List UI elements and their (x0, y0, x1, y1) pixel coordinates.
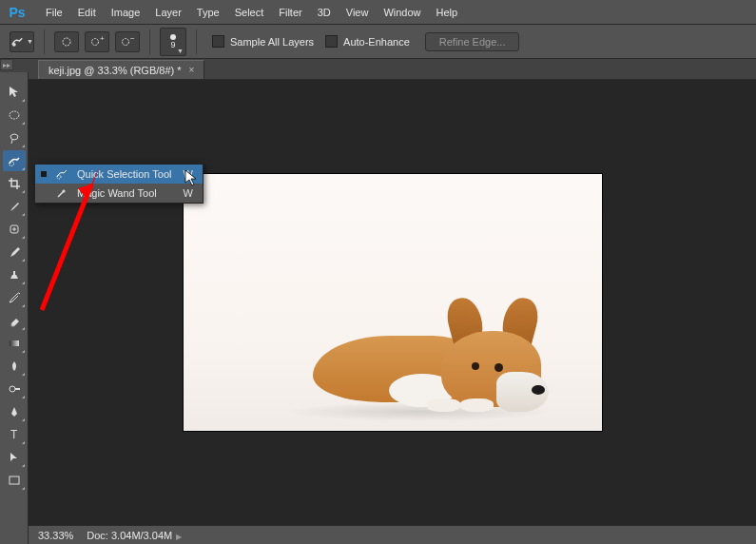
rectangle-tool[interactable] (3, 470, 26, 491)
collapse-panel-handle[interactable]: ▸▸ (0, 59, 13, 70)
chevron-down-icon: ▼ (177, 48, 184, 54)
refine-edge-button[interactable]: Refine Edge... (425, 32, 520, 51)
quick-selection-tool[interactable] (3, 150, 26, 171)
dodge-tool[interactable] (3, 379, 26, 399)
svg-text:−: − (130, 35, 135, 43)
options-bar: ▼ + − 9 ▼ Sample All Layers Auto-Enhance… (0, 25, 756, 59)
clone-stamp-tool[interactable] (3, 264, 26, 285)
move-tool[interactable] (3, 82, 26, 103)
svg-text:T: T (10, 428, 18, 441)
eyedropper-tool[interactable] (3, 196, 26, 217)
document-canvas[interactable] (184, 174, 602, 431)
magic-wand-icon (54, 186, 69, 200)
separator (196, 29, 197, 54)
svg-point-6 (10, 111, 19, 119)
pen-tool[interactable] (3, 401, 26, 422)
menu-type[interactable]: Type (189, 0, 227, 25)
svg-point-10 (10, 386, 15, 392)
flyout-magic-wand[interactable]: Magic Wand Tool W (35, 184, 203, 203)
separator (149, 29, 150, 54)
add-to-selection-button[interactable]: + (85, 31, 109, 52)
checkbox[interactable] (325, 35, 338, 48)
flyout-item-shortcut: W (184, 187, 193, 199)
svg-point-1 (63, 38, 70, 46)
canvas-area[interactable] (29, 80, 756, 525)
svg-point-0 (12, 42, 16, 46)
tool-flyout-menu: Quick Selection Tool W Magic Wand Tool W (34, 164, 204, 204)
brush-tool[interactable] (3, 242, 26, 262)
sample-all-layers-option[interactable]: Sample All Layers (212, 35, 314, 48)
menu-3d[interactable]: 3D (310, 0, 339, 25)
menu-window[interactable]: Window (376, 0, 428, 25)
history-brush-tool[interactable] (3, 287, 26, 308)
active-marker (41, 171, 47, 177)
auto-enhance-label: Auto-Enhance (343, 36, 410, 48)
blur-tool[interactable] (3, 356, 26, 377)
marquee-tool[interactable] (3, 105, 26, 126)
menu-file[interactable]: File (38, 0, 70, 25)
svg-point-4 (123, 38, 129, 45)
menu-edit[interactable]: Edit (70, 0, 104, 25)
document-tab-title: keji.jpg @ 33.3% (RGB/8#) * (48, 65, 182, 76)
svg-point-2 (92, 38, 99, 45)
doc-size[interactable]: Doc: 3.04M/3.04M ▶ (87, 530, 182, 541)
menu-layer[interactable]: Layer (147, 0, 189, 25)
flyout-item-shortcut: W (184, 168, 193, 180)
tool-preset-picker[interactable]: ▼ (10, 31, 34, 52)
brush-size-value: 9 (170, 40, 175, 49)
type-tool[interactable]: T (3, 424, 26, 445)
app-logo: Ps (8, 3, 27, 22)
svg-rect-9 (10, 340, 19, 346)
menu-select[interactable]: Select (227, 0, 272, 25)
gradient-tool[interactable] (3, 333, 26, 354)
menu-bar: Ps File Edit Image Layer Type Select Fil… (0, 0, 756, 25)
image-content (294, 288, 541, 412)
chevron-right-icon: ▶ (174, 533, 182, 541)
auto-enhance-option[interactable]: Auto-Enhance (325, 35, 410, 48)
document-tab[interactable]: keji.jpg @ 33.3% (RGB/8#) * × (38, 60, 204, 79)
new-selection-button[interactable] (54, 31, 79, 52)
flyout-item-label: Magic Wand Tool (77, 187, 176, 199)
svg-rect-12 (10, 476, 19, 484)
close-icon[interactable]: × (189, 65, 195, 75)
crop-tool[interactable] (3, 173, 26, 194)
checkbox[interactable] (212, 35, 224, 48)
zoom-level[interactable]: 33.33% (38, 530, 73, 541)
document-tab-bar: keji.jpg @ 33.3% (RGB/8#) * × (0, 59, 756, 80)
quick-selection-icon (54, 167, 69, 181)
brush-size-picker[interactable]: 9 ▼ (160, 28, 186, 56)
svg-text:+: + (100, 35, 105, 43)
eraser-tool[interactable] (3, 310, 26, 331)
status-bar: 33.33% Doc: 3.04M/3.04M ▶ (29, 525, 756, 544)
menu-view[interactable]: View (339, 0, 377, 25)
flyout-item-label: Quick Selection Tool (77, 168, 176, 180)
menu-filter[interactable]: Filter (271, 0, 309, 25)
path-selection-tool[interactable] (3, 447, 26, 468)
lasso-tool[interactable] (3, 127, 26, 148)
menu-help[interactable]: Help (429, 0, 466, 25)
separator (44, 29, 45, 54)
chevron-down-icon: ▼ (27, 38, 33, 45)
menu-image[interactable]: Image (104, 0, 148, 25)
flyout-quick-selection[interactable]: Quick Selection Tool W (35, 165, 203, 184)
subtract-from-selection-button[interactable]: − (115, 31, 140, 52)
healing-brush-tool[interactable] (3, 219, 26, 240)
sample-all-layers-label: Sample All Layers (230, 36, 314, 48)
tools-panel: T (0, 72, 29, 544)
